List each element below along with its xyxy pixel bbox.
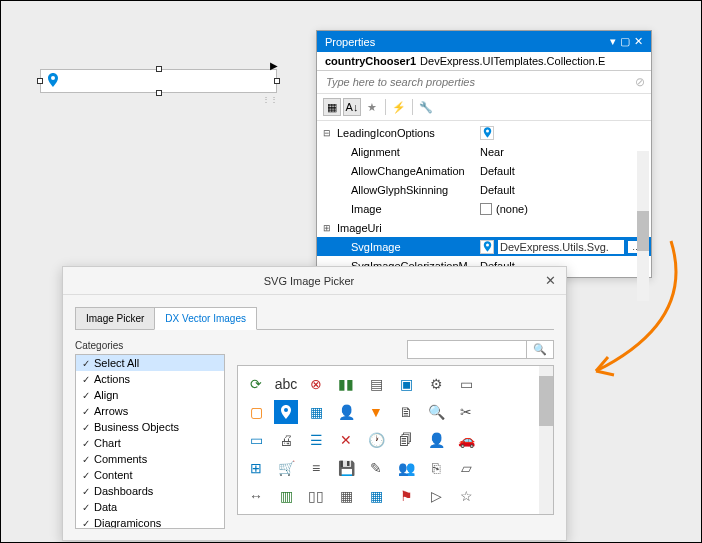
- resize-handle[interactable]: [156, 90, 162, 96]
- category-item[interactable]: ✓Comments: [76, 451, 224, 467]
- property-row[interactable]: Image (none): [317, 199, 651, 218]
- scrollbar[interactable]: [637, 151, 649, 301]
- category-item[interactable]: ✓Arrows: [76, 403, 224, 419]
- search-input[interactable]: [323, 73, 635, 91]
- list-icon[interactable]: ☰: [306, 430, 326, 450]
- grid-icon[interactable]: ▦: [306, 402, 326, 422]
- property-row[interactable]: AllowGlyphSkinning Default: [317, 180, 651, 199]
- save-icon[interactable]: 💾: [336, 458, 356, 478]
- resize-handle[interactable]: [274, 78, 280, 84]
- property-row-selected[interactable]: SvgImage DevExpress.Utils.Svg.…: [317, 237, 651, 256]
- scissors-icon[interactable]: ✂: [456, 402, 476, 422]
- table-icon[interactable]: ▦: [336, 486, 356, 506]
- group-icon[interactable]: 👥: [396, 458, 416, 478]
- clock-icon[interactable]: 🕐: [366, 430, 386, 450]
- user-icon[interactable]: 👤: [336, 402, 356, 422]
- close-icon[interactable]: ✕: [545, 273, 556, 288]
- cal-icon[interactable]: ▦: [366, 486, 386, 506]
- refresh-icon[interactable]: ⟳: [246, 374, 266, 394]
- tag-icon[interactable]: ▱: [456, 458, 476, 478]
- font-plus-icon[interactable]: A˄: [276, 514, 296, 515]
- phone-icon[interactable]: ✆: [396, 514, 416, 515]
- print-icon[interactable]: 🖨: [276, 430, 296, 450]
- expand-icon[interactable]: ⊞: [323, 223, 335, 233]
- tab-image-picker[interactable]: Image Picker: [75, 307, 155, 329]
- bars-icon[interactable]: ▯▯: [306, 486, 326, 506]
- prop-value[interactable]: Default: [480, 184, 645, 196]
- clipboard-icon[interactable]: ▣: [396, 374, 416, 394]
- category-item[interactable]: ✓Actions: [76, 371, 224, 387]
- category-item[interactable]: ✓Select All: [76, 355, 224, 371]
- play-icon[interactable]: ▶: [306, 514, 326, 515]
- cancel-icon[interactable]: ⊗: [306, 374, 326, 394]
- arrow-icon[interactable]: ↔: [246, 486, 266, 506]
- prop-name: Alignment: [335, 146, 480, 158]
- collapse-icon[interactable]: ⊟: [323, 128, 335, 138]
- close-icon[interactable]: ✕: [634, 35, 643, 48]
- category-item[interactable]: ✓Diagramicons: [76, 515, 224, 529]
- window-icon[interactable]: ▢: [620, 35, 630, 48]
- pointer-icon[interactable]: ▷: [426, 486, 446, 506]
- category-item[interactable]: ✓Chart: [76, 435, 224, 451]
- icon-search-input[interactable]: [407, 340, 527, 359]
- abc-icon[interactable]: abc: [276, 374, 296, 394]
- zoom-icon[interactable]: 🔍: [426, 402, 446, 422]
- map-pin-icon[interactable]: [276, 402, 296, 422]
- clear-icon[interactable]: ⊘: [635, 75, 645, 89]
- sheet-icon[interactable]: ▤: [366, 514, 386, 515]
- car-icon[interactable]: 🚗: [456, 430, 476, 450]
- category-item[interactable]: ✓Align: [76, 387, 224, 403]
- search-page-icon[interactable]: 🗐: [396, 430, 416, 450]
- gear-icon[interactable]: ⚙: [426, 374, 446, 394]
- categories-list[interactable]: ✓Select All ✓Actions ✓Align ✓Arrows ✓Bus…: [75, 354, 225, 529]
- scrollbar-thumb[interactable]: [539, 376, 553, 426]
- category-item[interactable]: ✓Content: [76, 467, 224, 483]
- font-minus-icon[interactable]: A˅: [246, 514, 266, 515]
- resize-handle[interactable]: [156, 66, 162, 72]
- funnel-icon[interactable]: ▼: [366, 402, 386, 422]
- document-icon[interactable]: ▭: [456, 374, 476, 394]
- tab-dx-vector-images[interactable]: DX Vector Images: [154, 307, 257, 330]
- prop-value[interactable]: Default: [480, 165, 645, 177]
- events-button[interactable]: ⚡: [390, 98, 408, 116]
- grid2-icon[interactable]: ⊞: [246, 458, 266, 478]
- category-item[interactable]: ✓Dashboards: [76, 483, 224, 499]
- person-icon[interactable]: 👤: [426, 430, 446, 450]
- dropdown-icon[interactable]: ▾: [610, 35, 616, 48]
- wrench-button[interactable]: 🔧: [417, 98, 435, 116]
- property-row[interactable]: Alignment Near: [317, 142, 651, 161]
- box-icon[interactable]: ▢: [246, 402, 266, 422]
- cart-icon[interactable]: 🛒: [276, 458, 296, 478]
- close-icon[interactable]: ✕: [336, 430, 356, 450]
- scrollbar-thumb[interactable]: [637, 211, 649, 251]
- menu-icon[interactable]: ≡: [306, 458, 326, 478]
- property-row[interactable]: AllowChangeAnimation Default: [317, 161, 651, 180]
- scrollbar[interactable]: [539, 366, 553, 514]
- alphabetical-button[interactable]: A↓: [343, 98, 361, 116]
- property-row[interactable]: ⊟ LeadingIconOptions: [317, 123, 651, 142]
- property-row[interactable]: ⊞ ImageUri: [317, 218, 651, 237]
- filter-icon[interactable]: ▤: [366, 374, 386, 394]
- chart-icon[interactable]: ▥: [276, 486, 296, 506]
- play-icon[interactable]: ▶: [270, 60, 278, 71]
- prop-value[interactable]: Near: [480, 146, 645, 158]
- search-icon[interactable]: 🔍: [527, 340, 554, 359]
- favorites-button[interactable]: ★: [363, 98, 381, 116]
- star-icon[interactable]: ☆: [456, 486, 476, 506]
- edit-icon[interactable]: ✎: [366, 458, 386, 478]
- page-icon[interactable]: 🗎: [396, 402, 416, 422]
- prop-value[interactable]: (none): [496, 203, 528, 215]
- category-item[interactable]: ✓Data: [76, 499, 224, 515]
- resize-handle[interactable]: [37, 78, 43, 84]
- categorized-button[interactable]: ▦: [323, 98, 341, 116]
- window-icon[interactable]: ▭: [246, 430, 266, 450]
- mail-icon[interactable]: ✉: [336, 514, 356, 515]
- flag-icon[interactable]: ⚑: [396, 486, 416, 506]
- camera-icon[interactable]: 📷: [426, 514, 446, 515]
- copy-icon[interactable]: ⎘: [426, 458, 446, 478]
- object-selector[interactable]: countryChooser1 DevExpress.UITemplates.C…: [317, 52, 651, 71]
- designer-control[interactable]: ▶ ⋮⋮: [40, 69, 277, 93]
- category-item[interactable]: ✓Business Objects: [76, 419, 224, 435]
- trend-icon[interactable]: ▞: [456, 514, 476, 515]
- battery-icon[interactable]: ▮▮: [336, 374, 356, 394]
